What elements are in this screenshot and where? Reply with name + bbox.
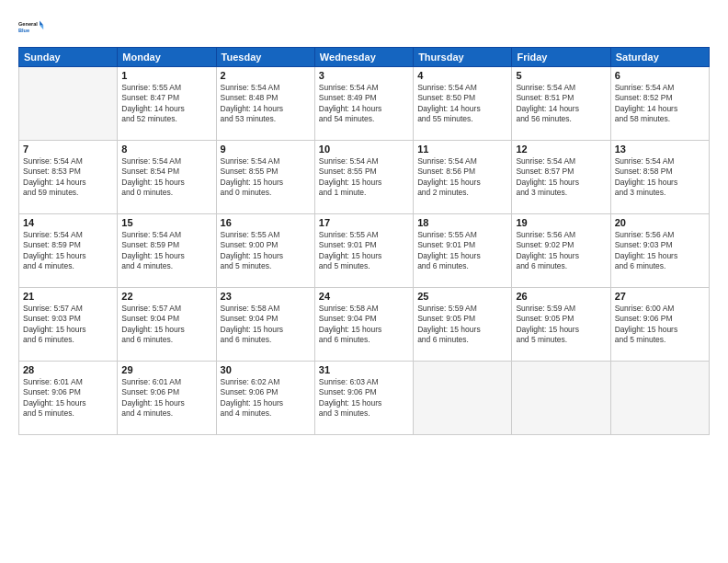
calendar-cell: 27Sunrise: 6:00 AM Sunset: 9:06 PM Dayli… — [610, 288, 709, 362]
calendar-cell: 11Sunrise: 5:54 AM Sunset: 8:56 PM Dayli… — [414, 141, 512, 214]
calendar-cell: 18Sunrise: 5:55 AM Sunset: 9:01 PM Dayli… — [414, 214, 512, 288]
calendar-week-row: 14Sunrise: 5:54 AM Sunset: 8:59 PM Dayli… — [19, 214, 710, 288]
weekday-header: Friday — [512, 48, 610, 67]
day-info: Sunrise: 5:55 AM Sunset: 9:00 PM Dayligh… — [221, 230, 311, 272]
calendar-cell: 14Sunrise: 5:54 AM Sunset: 8:59 PM Dayli… — [19, 214, 118, 288]
day-number: 12 — [516, 144, 606, 155]
day-info: Sunrise: 6:03 AM Sunset: 9:06 PM Dayligh… — [319, 377, 409, 419]
logo: General Blue — [18, 14, 44, 40]
day-info: Sunrise: 5:55 AM Sunset: 9:01 PM Dayligh… — [319, 230, 409, 272]
day-number: 26 — [516, 291, 606, 302]
calendar-cell: 16Sunrise: 5:55 AM Sunset: 9:00 PM Dayli… — [216, 214, 314, 288]
calendar-cell: 6Sunrise: 5:54 AM Sunset: 8:52 PM Daylig… — [610, 67, 709, 141]
calendar-cell: 2Sunrise: 5:54 AM Sunset: 8:48 PM Daylig… — [216, 67, 314, 141]
day-number: 16 — [221, 217, 311, 228]
weekday-header: Wednesday — [314, 48, 413, 67]
calendar-cell: 10Sunrise: 5:54 AM Sunset: 8:55 PM Dayli… — [314, 141, 413, 214]
header: General Blue — [18, 14, 710, 40]
calendar-cell: 3Sunrise: 5:54 AM Sunset: 8:49 PM Daylig… — [314, 67, 413, 141]
calendar-cell: 5Sunrise: 5:54 AM Sunset: 8:51 PM Daylig… — [512, 67, 610, 141]
calendar-cell — [19, 67, 118, 141]
calendar-cell: 1Sunrise: 5:55 AM Sunset: 8:47 PM Daylig… — [118, 67, 216, 141]
calendar-cell — [512, 362, 610, 435]
day-info: Sunrise: 5:54 AM Sunset: 8:55 PM Dayligh… — [221, 156, 311, 199]
calendar-cell: 9Sunrise: 5:54 AM Sunset: 8:55 PM Daylig… — [216, 141, 314, 214]
calendar-cell: 4Sunrise: 5:54 AM Sunset: 8:50 PM Daylig… — [414, 67, 512, 141]
day-info: Sunrise: 6:00 AM Sunset: 9:06 PM Dayligh… — [615, 304, 705, 346]
calendar-cell: 15Sunrise: 5:54 AM Sunset: 8:59 PM Dayli… — [118, 214, 216, 288]
calendar-cell: 17Sunrise: 5:55 AM Sunset: 9:01 PM Dayli… — [314, 214, 413, 288]
day-number: 17 — [319, 217, 409, 228]
day-info: Sunrise: 5:59 AM Sunset: 9:05 PM Dayligh… — [417, 304, 507, 346]
svg-marker-2 — [40, 21, 43, 26]
day-info: Sunrise: 5:59 AM Sunset: 9:05 PM Dayligh… — [516, 304, 606, 346]
day-info: Sunrise: 5:54 AM Sunset: 8:48 PM Dayligh… — [221, 83, 311, 125]
day-info: Sunrise: 5:54 AM Sunset: 8:52 PM Dayligh… — [615, 83, 705, 125]
day-number: 9 — [221, 144, 311, 155]
day-number: 14 — [23, 217, 113, 228]
calendar-cell: 20Sunrise: 5:56 AM Sunset: 9:03 PM Dayli… — [610, 214, 709, 288]
svg-text:Blue: Blue — [18, 28, 29, 33]
calendar-cell: 23Sunrise: 5:58 AM Sunset: 9:04 PM Dayli… — [216, 288, 314, 362]
day-number: 24 — [319, 291, 409, 302]
day-number: 21 — [23, 291, 113, 302]
day-number: 28 — [23, 364, 113, 375]
day-info: Sunrise: 6:01 AM Sunset: 9:06 PM Dayligh… — [121, 377, 211, 419]
calendar-cell: 8Sunrise: 5:54 AM Sunset: 8:54 PM Daylig… — [118, 141, 216, 214]
svg-text:General: General — [18, 21, 38, 27]
day-info: Sunrise: 5:54 AM Sunset: 8:54 PM Dayligh… — [121, 156, 211, 199]
calendar-cell: 24Sunrise: 5:58 AM Sunset: 9:04 PM Dayli… — [314, 288, 413, 362]
calendar-cell: 19Sunrise: 5:56 AM Sunset: 9:02 PM Dayli… — [512, 214, 610, 288]
weekday-header: Sunday — [19, 48, 118, 67]
day-info: Sunrise: 6:02 AM Sunset: 9:06 PM Dayligh… — [221, 377, 311, 419]
calendar-cell: 28Sunrise: 6:01 AM Sunset: 9:06 PM Dayli… — [19, 362, 118, 435]
calendar-week-row: 28Sunrise: 6:01 AM Sunset: 9:06 PM Dayli… — [19, 362, 710, 435]
day-number: 10 — [319, 144, 409, 155]
calendar-week-row: 21Sunrise: 5:57 AM Sunset: 9:03 PM Dayli… — [19, 288, 710, 362]
day-info: Sunrise: 5:54 AM Sunset: 8:56 PM Dayligh… — [417, 156, 507, 199]
day-number: 31 — [319, 364, 409, 375]
weekday-header: Thursday — [414, 48, 512, 67]
day-info: Sunrise: 5:57 AM Sunset: 9:04 PM Dayligh… — [121, 304, 211, 346]
day-number: 5 — [516, 70, 606, 81]
calendar-cell: 12Sunrise: 5:54 AM Sunset: 8:57 PM Dayli… — [512, 141, 610, 214]
day-number: 30 — [221, 364, 311, 375]
day-info: Sunrise: 5:54 AM Sunset: 8:49 PM Dayligh… — [319, 83, 409, 125]
weekday-header-row: SundayMondayTuesdayWednesdayThursdayFrid… — [19, 48, 710, 67]
calendar-cell: 7Sunrise: 5:54 AM Sunset: 8:53 PM Daylig… — [19, 141, 118, 214]
day-number: 18 — [417, 217, 507, 228]
logo-icon: General Blue — [18, 14, 44, 40]
calendar-week-row: 7Sunrise: 5:54 AM Sunset: 8:53 PM Daylig… — [19, 141, 710, 214]
day-number: 27 — [615, 291, 705, 302]
svg-marker-3 — [40, 25, 43, 29]
day-number: 15 — [121, 217, 211, 228]
calendar-cell: 22Sunrise: 5:57 AM Sunset: 9:04 PM Dayli… — [118, 288, 216, 362]
day-number: 29 — [121, 364, 211, 375]
day-info: Sunrise: 5:58 AM Sunset: 9:04 PM Dayligh… — [221, 304, 311, 346]
day-number: 3 — [319, 70, 409, 81]
day-number: 13 — [615, 144, 705, 155]
day-info: Sunrise: 5:54 AM Sunset: 8:50 PM Dayligh… — [417, 83, 507, 125]
day-info: Sunrise: 5:56 AM Sunset: 9:02 PM Dayligh… — [516, 230, 606, 272]
day-info: Sunrise: 5:56 AM Sunset: 9:03 PM Dayligh… — [615, 230, 705, 272]
day-number: 20 — [615, 217, 705, 228]
day-info: Sunrise: 5:58 AM Sunset: 9:04 PM Dayligh… — [319, 304, 409, 346]
day-info: Sunrise: 5:54 AM Sunset: 8:57 PM Dayligh… — [516, 156, 606, 199]
day-number: 1 — [121, 70, 211, 81]
calendar-cell: 26Sunrise: 5:59 AM Sunset: 9:05 PM Dayli… — [512, 288, 610, 362]
day-number: 22 — [121, 291, 211, 302]
day-info: Sunrise: 5:54 AM Sunset: 8:51 PM Dayligh… — [516, 83, 606, 125]
calendar-page: General Blue SundayMondayTuesdayWednesda… — [0, 0, 728, 563]
calendar-cell — [610, 362, 709, 435]
weekday-header: Tuesday — [216, 48, 314, 67]
weekday-header: Monday — [118, 48, 216, 67]
calendar-cell: 30Sunrise: 6:02 AM Sunset: 9:06 PM Dayli… — [216, 362, 314, 435]
calendar-cell: 21Sunrise: 5:57 AM Sunset: 9:03 PM Dayli… — [19, 288, 118, 362]
day-info: Sunrise: 5:54 AM Sunset: 8:59 PM Dayligh… — [121, 230, 211, 272]
day-number: 8 — [121, 144, 211, 155]
calendar-cell — [414, 362, 512, 435]
calendar-cell: 29Sunrise: 6:01 AM Sunset: 9:06 PM Dayli… — [118, 362, 216, 435]
day-info: Sunrise: 5:54 AM Sunset: 8:59 PM Dayligh… — [23, 230, 113, 272]
day-number: 19 — [516, 217, 606, 228]
day-info: Sunrise: 5:55 AM Sunset: 9:01 PM Dayligh… — [417, 230, 507, 272]
